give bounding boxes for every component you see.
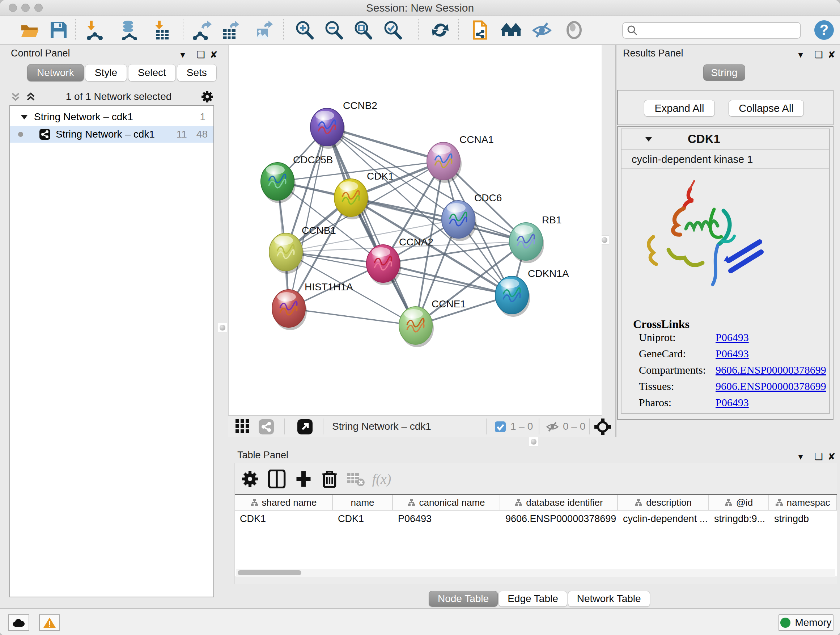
expand-all-chevrons-icon[interactable] xyxy=(25,90,37,103)
column-header[interactable]: namespac xyxy=(769,495,837,510)
memory-button[interactable]: Memory xyxy=(778,614,834,631)
table-panel-float-icon[interactable]: ❑ xyxy=(813,450,825,463)
column-header[interactable]: canonical name xyxy=(393,495,500,510)
gene-collapse-caret-icon[interactable] xyxy=(644,134,653,144)
network-list: String Network – cdk1 1 String Network –… xyxy=(9,105,214,597)
search-input[interactable] xyxy=(638,25,800,36)
table-cell[interactable]: CDK1 xyxy=(333,511,393,527)
import-table-button[interactable] xyxy=(151,19,173,41)
control-panel-float-icon[interactable]: ❑ xyxy=(195,49,207,61)
collapse-all-button[interactable]: Collapse All xyxy=(729,100,804,117)
scrollbar-thumb[interactable] xyxy=(238,570,302,575)
control-panel-collapse-icon[interactable]: ▾ xyxy=(177,49,189,61)
selected-checkbox-icon[interactable] xyxy=(495,421,506,432)
import-network-file-button[interactable] xyxy=(83,19,105,41)
export-image-button[interactable] xyxy=(253,19,275,41)
network-collection-row[interactable]: String Network – cdk1 1 xyxy=(10,109,213,125)
houses-icon xyxy=(501,19,522,41)
table-cell[interactable]: 9606.ENSP00000378699 xyxy=(500,511,618,527)
crosslink-row: Tissues:9606.ENSP00000378699 xyxy=(639,380,827,396)
column-tree-icon xyxy=(250,499,258,507)
column-header[interactable]: description xyxy=(618,495,709,510)
export-table-button[interactable] xyxy=(219,19,241,41)
results-panel-collapse-icon[interactable]: ▾ xyxy=(794,49,807,61)
crosslink-link[interactable]: 9606.ENSP00000378699 xyxy=(715,380,826,393)
tab-network-table[interactable]: Network Table xyxy=(568,591,650,607)
network-node-ccna1[interactable]: CCNA1 xyxy=(427,134,494,183)
hidden-eye-icon[interactable] xyxy=(546,421,559,433)
network-node-ccnb2[interactable]: CCNB2 xyxy=(310,100,377,149)
horizontal-splitter-handle[interactable] xyxy=(529,437,538,447)
houses-button[interactable] xyxy=(500,19,522,41)
zoom-selected-button[interactable] xyxy=(382,19,403,41)
network-edge[interactable] xyxy=(327,127,416,325)
details-sphere-button[interactable] xyxy=(563,19,585,41)
table-panel-close-icon[interactable]: ✘ xyxy=(826,450,838,463)
detach-view-icon[interactable] xyxy=(297,419,313,434)
crosslink-link[interactable]: P06493 xyxy=(715,396,749,409)
column-header[interactable]: name xyxy=(333,495,393,510)
export-network-button[interactable] xyxy=(191,19,212,41)
table-cell[interactable]: stringdb:9... xyxy=(709,511,769,527)
crosslink-link[interactable]: P06493 xyxy=(715,348,749,360)
tab-sets[interactable]: Sets xyxy=(177,64,217,81)
column-header[interactable]: database identifier xyxy=(500,495,618,510)
network-row[interactable]: String Network – cdk1 11 48 xyxy=(10,126,213,143)
import-network-database-button[interactable] xyxy=(118,19,140,41)
open-session-button[interactable] xyxy=(19,19,41,41)
tab-network[interactable]: Network xyxy=(27,64,84,81)
table-row[interactable]: CDK1CDK1P064939606.ENSP00000378699cyclin… xyxy=(235,511,837,527)
warnings-button[interactable] xyxy=(39,614,60,631)
tab-style[interactable]: Style xyxy=(85,64,127,81)
gene-panel-header[interactable]: CDK1 xyxy=(622,129,829,149)
birdseye-navigator-icon[interactable] xyxy=(594,418,611,435)
zoom-out-button[interactable] xyxy=(323,19,344,41)
crosslink-link[interactable]: P06493 xyxy=(715,331,749,344)
first-neighbors-button[interactable] xyxy=(470,19,491,41)
table-horizontal-scrollbar[interactable] xyxy=(236,569,835,577)
network-canvas[interactable]: CCNB2CCNA1CDC25BCDK1CDC6RB1CCNB1CCNA2CDK… xyxy=(228,45,602,415)
crosslink-link[interactable]: 9606.ENSP00000378699 xyxy=(715,364,826,376)
control-panel-close-icon[interactable]: ✘ xyxy=(208,49,220,61)
cloud-status-button[interactable] xyxy=(8,614,29,631)
hide-details-button[interactable] xyxy=(531,19,553,41)
crosslink-row: GeneCard:P06493 xyxy=(639,348,827,364)
tab-string[interactable]: String xyxy=(703,65,745,81)
table-cell[interactable]: CDK1 xyxy=(235,511,333,527)
table-cell[interactable]: cyclin-dependent ... xyxy=(618,511,709,527)
tab-edge-table[interactable]: Edge Table xyxy=(499,591,567,607)
save-session-button[interactable] xyxy=(48,19,69,41)
network-edge[interactable] xyxy=(289,309,416,325)
table-panel-collapse-icon[interactable]: ▾ xyxy=(794,450,807,463)
apply-function-fx-icon[interactable]: f(x) xyxy=(372,470,391,488)
tab-select[interactable]: Select xyxy=(128,64,176,81)
gear-icon[interactable] xyxy=(201,90,214,103)
zoom-in-button[interactable] xyxy=(294,19,315,41)
delete-table-icon[interactable] xyxy=(346,470,365,488)
network-node-ccne1[interactable]: CCNE1 xyxy=(399,298,466,347)
expand-all-button[interactable]: Expand All xyxy=(644,100,715,117)
share-view-icon[interactable] xyxy=(259,419,274,434)
results-panel-close-icon[interactable]: ✘ xyxy=(826,49,838,61)
column-header[interactable]: @id xyxy=(709,495,769,510)
delete-column-trash-icon[interactable] xyxy=(320,470,339,488)
tab-node-table[interactable]: Node Table xyxy=(429,591,498,607)
create-column-plus-icon[interactable] xyxy=(294,470,313,488)
column-header[interactable]: shared name xyxy=(235,495,333,510)
show-columns-icon[interactable] xyxy=(267,470,286,488)
zoom-fit-button[interactable] xyxy=(352,19,374,41)
network-node-hist1h1a[interactable]: HIST1H1A xyxy=(272,281,353,330)
grid-view-icon[interactable] xyxy=(235,419,251,434)
network-node-rb1[interactable]: RB1 xyxy=(509,214,561,263)
table-cell[interactable]: P06493 xyxy=(393,511,500,527)
left-splitter-handle[interactable] xyxy=(218,323,227,333)
network-node-ccnb1[interactable]: CCNB1 xyxy=(269,225,336,274)
table-cell[interactable]: stringdb xyxy=(769,511,837,527)
table-settings-gear-icon[interactable] xyxy=(240,470,259,488)
network-node-cdkn1a[interactable]: CDKN1A xyxy=(495,268,569,317)
tree-expand-caret-icon[interactable] xyxy=(19,112,29,122)
help-button[interactable]: ? xyxy=(813,19,835,41)
collapse-all-chevrons-icon[interactable] xyxy=(9,90,22,103)
refresh-button[interactable] xyxy=(429,19,451,41)
results-panel-float-icon[interactable]: ❑ xyxy=(813,49,825,61)
